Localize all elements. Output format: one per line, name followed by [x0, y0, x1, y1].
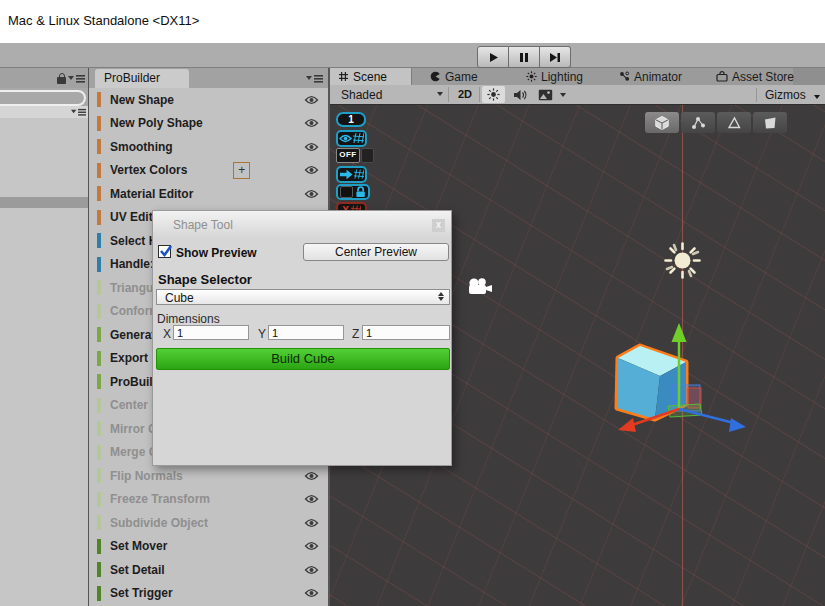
shape-tool-dialog: Shape Tool x Show Preview Center Preview… [152, 210, 452, 466]
face-icon [762, 115, 778, 131]
eye-icon[interactable] [304, 494, 319, 504]
edge-mode-button[interactable] [717, 112, 751, 133]
item-label: Mirror O [110, 422, 157, 436]
shape-selector-dropdown[interactable]: Cube [156, 289, 450, 305]
item-label: Freeze Transform [110, 492, 210, 506]
eye-icon[interactable] [304, 541, 319, 551]
build-target-title: Mac & Linux Standalone <DX11> [8, 13, 199, 28]
panel-menu-icon[interactable] [306, 74, 323, 83]
show-preview-checkbox[interactable] [158, 245, 171, 258]
tab-lighting[interactable]: Lighting [526, 68, 583, 85]
vertex-mode-button[interactable] [681, 112, 715, 133]
item-accent-bar [97, 92, 101, 107]
build-cube-button[interactable]: Build Cube [156, 348, 450, 370]
uv-channel-button[interactable]: 1 [336, 112, 366, 127]
directional-light-gizmo[interactable] [664, 242, 701, 279]
probuilder-menu-item[interactable]: Vertex Colors + [89, 159, 328, 183]
chevron-down-icon [814, 95, 820, 99]
eye-icon[interactable] [304, 565, 319, 575]
probuilder-menu-item[interactable]: Set Mover + [89, 535, 328, 559]
off-label: OFF [336, 148, 360, 163]
z-field[interactable] [362, 325, 450, 340]
eye-icon[interactable] [304, 588, 319, 598]
probuilder-menu-item[interactable]: New Shape + [89, 88, 328, 112]
draw-mode-dropdown[interactable]: Shaded [333, 87, 449, 102]
arrow-grid-button[interactable] [336, 166, 367, 183]
center-preview-button[interactable]: Center Preview [303, 243, 449, 261]
off-toggle-button[interactable]: OFF [336, 148, 374, 163]
plus-button[interactable]: + [233, 162, 250, 179]
search-row [0, 88, 88, 106]
eye-icon[interactable] [304, 189, 319, 199]
search-input[interactable] [0, 90, 86, 106]
item-accent-bar [97, 210, 101, 225]
probuilder-menu-item[interactable]: New Poly Shape + [89, 112, 328, 136]
item-label: Set Mover [110, 539, 167, 553]
probuilder-menu-item[interactable]: Set Trigger + [89, 582, 328, 606]
item-accent-bar [97, 421, 101, 436]
tab-asset-store[interactable]: Asset Store [716, 68, 794, 85]
face-mode-button[interactable] [753, 112, 787, 133]
probuilder-menu-item[interactable]: Set Detail + [89, 558, 328, 582]
item-accent-bar [97, 327, 101, 342]
eye-icon [339, 134, 352, 143]
close-button[interactable]: x [432, 219, 445, 232]
item-label: Flip Normals [110, 469, 183, 483]
x-field[interactable] [173, 325, 249, 340]
item-accent-bar [97, 139, 101, 154]
sun-icon [487, 88, 500, 101]
object-mode-button[interactable] [645, 112, 679, 133]
tab-animator[interactable]: Animator [619, 68, 682, 85]
dialog-header[interactable]: Shape Tool x [153, 211, 451, 238]
move-gizmo[interactable] [618, 323, 746, 432]
grid-icon [353, 133, 364, 144]
tab-label: Lighting [541, 70, 583, 84]
gizmos-dropdown[interactable]: Gizmos [756, 88, 820, 102]
panel-subheader [0, 106, 88, 118]
probuilder-menu-item[interactable]: Subdivide Object + [89, 511, 328, 535]
gizmos-label: Gizmos [765, 88, 806, 102]
selected-cube[interactable] [617, 346, 686, 419]
selected-row[interactable] [0, 197, 88, 208]
eye-icon[interactable] [304, 471, 319, 481]
toggle-2d-button[interactable]: 2D [451, 87, 480, 102]
y-field[interactable] [268, 325, 344, 340]
play-icon [488, 52, 499, 63]
probuilder-menu-item[interactable]: Smoothing + [89, 135, 328, 159]
eye-icon[interactable] [304, 95, 319, 105]
lock-icon[interactable] [57, 73, 66, 84]
tab-scene[interactable]: Scene [330, 68, 412, 85]
scene-lighting-toggle[interactable] [482, 86, 505, 103]
camera-gizmo[interactable] [466, 277, 494, 297]
step-button[interactable] [540, 46, 571, 68]
scene-fx-toggle[interactable] [534, 86, 556, 103]
plane-handles[interactable] [668, 385, 702, 417]
pause-button[interactable] [509, 46, 540, 68]
x-label: X [163, 327, 171, 341]
probuilder-tab[interactable]: ProBuilder [95, 69, 189, 88]
panel-menu-icon[interactable] [68, 74, 85, 83]
lock-toggle-button[interactable] [336, 184, 370, 200]
probuilder-menu-item[interactable]: Freeze Transform + [89, 488, 328, 512]
panel-menu-icon[interactable] [71, 108, 86, 116]
eye-icon[interactable] [304, 118, 319, 128]
tab-game[interactable]: Game [430, 68, 478, 85]
visibility-toggle-button[interactable] [336, 130, 367, 147]
play-button[interactable] [477, 46, 509, 68]
scene-audio-toggle[interactable] [508, 86, 531, 103]
item-label: Merge O [110, 445, 158, 459]
chevron-down-icon [560, 93, 566, 97]
panel-header [0, 68, 88, 88]
probuilder-menu-item[interactable]: Flip Normals + [89, 464, 328, 488]
arrow-right-icon [340, 169, 353, 180]
eye-icon[interactable] [304, 518, 319, 528]
chevron-down-icon [437, 92, 443, 96]
game-icon [430, 71, 441, 82]
fx-dropdown-button[interactable] [557, 86, 568, 103]
probuilder-menu-item[interactable]: Material Editor + [89, 182, 328, 206]
item-accent-bar [97, 233, 101, 248]
item-label: New Poly Shape [110, 116, 203, 130]
eye-icon[interactable] [304, 142, 319, 152]
eye-icon[interactable] [304, 165, 319, 175]
item-accent-bar [97, 398, 101, 413]
